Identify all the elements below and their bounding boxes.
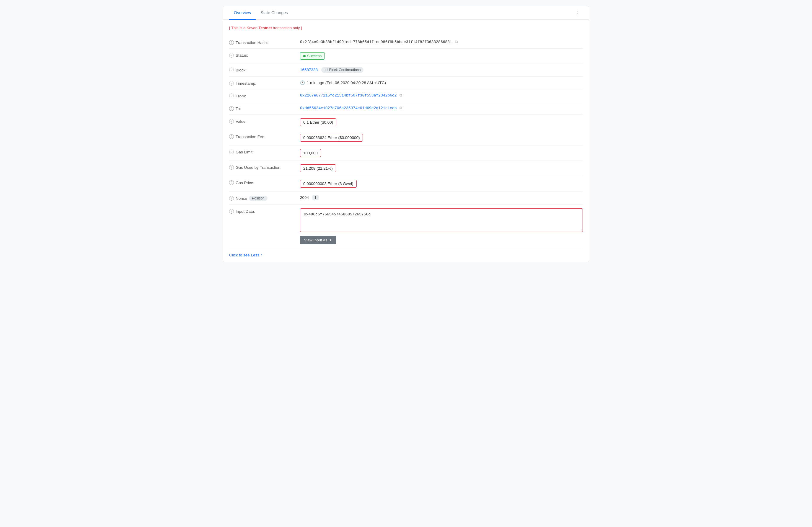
- row-gas-used: ? Gas Used by Transaction: 21,208 (21.21…: [229, 161, 583, 176]
- copy-from-icon[interactable]: ⧉: [400, 93, 402, 98]
- label-value: ? Value:: [229, 118, 300, 124]
- input-data-textarea[interactable]: [300, 208, 583, 232]
- value-nonce: 2094 1: [300, 195, 583, 200]
- value-gas-price: 0.000000003 Ether (3 Gwei): [300, 180, 583, 188]
- value-transaction-fee: 0.000063624 Ether ($0.000000): [300, 134, 583, 141]
- value-timestamp: 🕐 1 min ago (Feb-06-2020 04:20:28 AM +UT…: [300, 80, 583, 85]
- confirmations-badge: 11 Block Confirmations: [321, 67, 363, 73]
- view-input-as-label: View Input As: [304, 238, 328, 242]
- clock-icon: 🕐: [300, 80, 305, 85]
- copy-to-icon[interactable]: ⧉: [400, 106, 402, 110]
- row-to: ? To: 0xdd55634e1027d706a235374e01d69c2d…: [229, 102, 583, 115]
- arrow-up-icon: ↑: [261, 253, 263, 257]
- row-value: ? Value: 0.1 Ether ($0.00): [229, 115, 583, 130]
- label-input-data: ? Input Data:: [229, 208, 300, 214]
- help-icon-status[interactable]: ?: [229, 53, 234, 58]
- more-options-icon[interactable]: ⋮: [573, 7, 583, 19]
- testnet-alert: [ This is a Kovan Testnet transaction on…: [229, 25, 583, 31]
- content-area: [ This is a Kovan Testnet transaction on…: [223, 20, 589, 262]
- help-icon-to[interactable]: ?: [229, 106, 234, 111]
- view-input-as-button[interactable]: View Input As ▼: [300, 236, 336, 244]
- label-nonce: ? Nonce Position: [229, 195, 300, 201]
- value-value: 0.1 Ether ($0.00): [300, 118, 583, 126]
- value-transaction-hash: 0x2f84c9c3b38bf1d991ed1778b65d1f1ce986f9…: [300, 40, 583, 44]
- nonce-position-value: 1: [313, 195, 319, 200]
- success-dot: [303, 55, 306, 57]
- help-icon-gas-used[interactable]: ?: [229, 165, 234, 170]
- value-from: 0x2267e877215fc21514bf507f30f553af2342b6…: [300, 93, 583, 98]
- help-icon-gas-price[interactable]: ?: [229, 180, 234, 185]
- value-boxed: 0.1 Ether ($0.00): [300, 118, 336, 126]
- help-icon-nonce[interactable]: ?: [229, 196, 234, 201]
- tx-fee-boxed: 0.000063624 Ether ($0.000000): [300, 134, 363, 141]
- label-block: ? Block:: [229, 67, 300, 72]
- status-badge: Success: [300, 52, 325, 60]
- gas-used-boxed: 21,208 (21.21%): [300, 164, 336, 172]
- click-less-label: Click to see Less: [229, 253, 259, 257]
- help-icon-timestamp[interactable]: ?: [229, 81, 234, 86]
- row-nonce: ? Nonce Position 2094 1: [229, 192, 583, 205]
- label-timestamp: ? Timestamp:: [229, 80, 300, 86]
- nonce-value: 2094: [300, 195, 309, 200]
- help-icon-value[interactable]: ?: [229, 119, 234, 124]
- tx-hash-value: 0x2f84c9c3b38bf1d991ed1778b65d1f1ce986f9…: [300, 40, 452, 44]
- to-address-link[interactable]: 0xdd55634e1027d706a235374e01d69c2d121e1c…: [300, 106, 397, 110]
- label-gas-price: ? Gas Price:: [229, 180, 300, 185]
- label-transaction-fee: ? Transaction Fee:: [229, 134, 300, 139]
- from-address-link[interactable]: 0x2267e877215fc21514bf507f30f553af2342b6…: [300, 93, 397, 98]
- row-timestamp: ? Timestamp: 🕐 1 min ago (Feb-06-2020 04…: [229, 77, 583, 89]
- testnet-label: Testnet: [258, 26, 272, 30]
- value-block: 16587338 11 Block Confirmations: [300, 67, 583, 73]
- row-gas-limit: ? Gas Limit: 100,000: [229, 146, 583, 161]
- row-status: ? Status: Success: [229, 49, 583, 63]
- help-icon-tx-fee[interactable]: ?: [229, 134, 234, 139]
- row-transaction-hash: ? Transaction Hash: 0x2f84c9c3b38bf1d991…: [229, 36, 583, 49]
- click-to-see-less[interactable]: Click to see Less ↑: [229, 253, 263, 257]
- row-input-data: ? Input Data: View Input As ▼: [229, 205, 583, 248]
- value-gas-limit: 100,000: [300, 149, 583, 157]
- tab-state-changes[interactable]: State Changes: [256, 6, 293, 20]
- label-status: ? Status:: [229, 52, 300, 58]
- help-icon-input-data[interactable]: ?: [229, 209, 234, 214]
- label-gas-used: ? Gas Used by Transaction:: [229, 164, 300, 170]
- value-input-data: View Input As ▼: [300, 208, 583, 244]
- gas-price-boxed: 0.000000003 Ether (3 Gwei): [300, 180, 357, 188]
- label-gas-limit: ? Gas Limit:: [229, 149, 300, 154]
- label-to: ? To:: [229, 106, 300, 111]
- chevron-down-icon: ▼: [329, 238, 332, 242]
- help-icon-tx-hash[interactable]: ?: [229, 40, 234, 45]
- help-icon-from[interactable]: ?: [229, 93, 234, 98]
- row-from: ? From: 0x2267e877215fc21514bf507f30f553…: [229, 89, 583, 102]
- gas-limit-boxed: 100,000: [300, 149, 321, 157]
- value-gas-used: 21,208 (21.21%): [300, 164, 583, 172]
- tab-overview[interactable]: Overview: [229, 6, 256, 20]
- value-to: 0xdd55634e1027d706a235374e01d69c2d121e1c…: [300, 106, 583, 110]
- nonce-position-badge[interactable]: Position: [249, 196, 267, 201]
- label-from: ? From:: [229, 93, 300, 98]
- block-number-link[interactable]: 16587338: [300, 67, 318, 72]
- label-transaction-hash: ? Transaction Hash:: [229, 40, 300, 45]
- copy-tx-hash-icon[interactable]: ⧉: [455, 40, 458, 44]
- value-status: Success: [300, 52, 583, 60]
- row-transaction-fee: ? Transaction Fee: 0.000063624 Ether ($0…: [229, 130, 583, 146]
- help-icon-block[interactable]: ?: [229, 67, 234, 72]
- status-text: Success: [307, 54, 321, 58]
- row-gas-price: ? Gas Price: 0.000000003 Ether (3 Gwei): [229, 176, 583, 192]
- row-block: ? Block: 16587338 11 Block Confirmations: [229, 63, 583, 77]
- help-icon-gas-limit[interactable]: ?: [229, 150, 234, 154]
- tabs-bar: Overview State Changes ⋮: [223, 6, 589, 20]
